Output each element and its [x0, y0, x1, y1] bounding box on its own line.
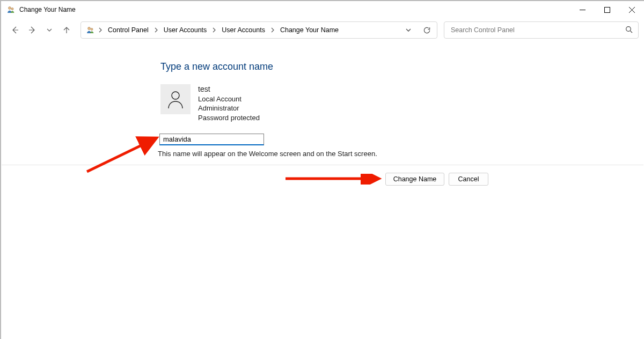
main-content: Type a new account name test Local Accou…	[1, 42, 644, 158]
maximize-button[interactable]	[595, 1, 619, 18]
close-button[interactable]	[619, 1, 644, 18]
breadcrumb-level1[interactable]: User Accounts	[162, 26, 209, 34]
svg-point-1	[11, 8, 13, 10]
user-block: test Local Account Administrator Passwor…	[160, 84, 644, 123]
minimize-button[interactable]	[570, 1, 595, 18]
search-box[interactable]	[444, 21, 639, 39]
refresh-button[interactable]	[419, 22, 435, 38]
chevron-right-icon[interactable]	[97, 27, 104, 33]
address-bar[interactable]: Control Panel User Accounts User Account…	[80, 21, 437, 39]
address-history-button[interactable]	[400, 22, 416, 38]
recent-locations-button[interactable]	[41, 21, 58, 39]
user-meta: test Local Account Administrator Passwor…	[198, 84, 260, 123]
svg-point-0	[9, 7, 11, 10]
annotation-arrow	[284, 174, 383, 185]
page-title: Type a new account name	[160, 61, 644, 72]
toolbar: Control Panel User Accounts User Account…	[1, 18, 644, 42]
hint-text: This name will appear on the Welcome scr…	[158, 150, 644, 158]
change-name-button[interactable]: Change Name	[385, 173, 444, 186]
action-buttons: Change Name Cancel	[385, 173, 488, 186]
avatar	[160, 84, 191, 114]
back-button[interactable]	[6, 21, 24, 39]
chevron-right-icon[interactable]	[153, 27, 159, 33]
svg-point-6	[88, 27, 91, 30]
forward-button[interactable]	[24, 21, 41, 39]
account-protection: Password protected	[198, 113, 260, 123]
svg-point-8	[626, 26, 631, 31]
breadcrumb-level2[interactable]: User Accounts	[219, 26, 267, 34]
svg-point-10	[172, 92, 179, 99]
search-input[interactable]	[450, 26, 625, 34]
breadcrumb-root[interactable]: Control Panel	[106, 26, 151, 34]
app-icon	[6, 5, 15, 14]
account-type: Local Account	[198, 94, 260, 104]
breadcrumb-current[interactable]: Change Your Name	[278, 26, 341, 34]
divider	[2, 165, 643, 165]
account-role: Administrator	[198, 104, 260, 113]
chevron-right-icon[interactable]	[269, 27, 276, 33]
new-name-input[interactable]	[159, 134, 264, 145]
svg-rect-3	[604, 7, 610, 12]
search-icon[interactable]	[625, 26, 633, 35]
control-panel-icon	[85, 25, 95, 35]
title-bar: Change Your Name	[1, 1, 644, 18]
window-controls	[570, 1, 644, 18]
chevron-right-icon[interactable]	[211, 27, 217, 33]
up-button[interactable]	[58, 21, 75, 39]
account-username: test	[198, 84, 260, 94]
window-title: Change Your Name	[19, 6, 76, 13]
svg-point-7	[91, 28, 93, 31]
cancel-button[interactable]: Cancel	[449, 173, 488, 186]
svg-line-9	[630, 31, 632, 33]
